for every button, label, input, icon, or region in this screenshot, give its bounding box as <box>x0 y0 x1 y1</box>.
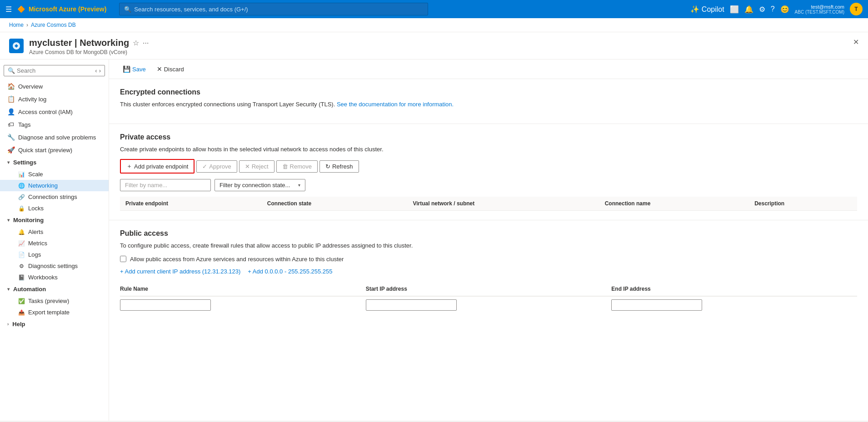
sidebar-item-connection-strings[interactable]: 🔗 Connection strings <box>0 191 109 203</box>
networking-icon: 🌐 <box>18 183 25 189</box>
encrypted-connections-section: Encrypted connections This cluster enfor… <box>109 79 868 124</box>
settings-chevron-icon: ▾ <box>7 160 10 165</box>
sidebar-item-alerts-label: Alerts <box>28 228 43 235</box>
allow-public-access-checkbox[interactable] <box>120 256 126 262</box>
discard-button[interactable]: ✕ Discard <box>152 63 189 75</box>
sidebar-search-input[interactable] <box>17 67 93 74</box>
col-virtual-network: Virtual network / subnet <box>407 197 599 211</box>
sidebar-item-tasks[interactable]: ✅ Tasks (preview) <box>0 295 109 307</box>
global-search-box[interactable]: 🔍 <box>119 3 428 15</box>
sidebar-section-monitoring[interactable]: ▾ Monitoring <box>0 214 109 226</box>
filter-row: Filter by connection state... ▾ <box>120 179 857 191</box>
private-access-section: Private access Create private endpoints … <box>109 124 868 221</box>
global-search-input[interactable] <box>134 6 423 13</box>
sidebar-nav-back[interactable]: ‹ <box>95 67 97 74</box>
col-connection-state: Connection state <box>262 197 408 211</box>
sidebar-item-connection-strings-label: Connection strings <box>28 194 77 200</box>
help-icon[interactable]: ? <box>771 5 775 13</box>
content-toolbar: 💾 Save ✕ Discard <box>109 60 868 79</box>
save-icon: 💾 <box>123 65 130 73</box>
sidebar-item-diagnose[interactable]: 🔧 Diagnose and solve problems <box>0 131 109 144</box>
sidebar-item-scale[interactable]: 📊 Scale <box>0 169 109 180</box>
app-logo: 🔶 Microsoft Azure (Preview) <box>17 5 108 13</box>
col-description: Description <box>749 197 857 211</box>
sidebar-item-logs[interactable]: 📄 Logs <box>0 249 109 260</box>
reject-button[interactable]: ✕ Reject <box>239 160 274 173</box>
monitoring-chevron-icon: ▾ <box>7 218 10 223</box>
metrics-icon: 📈 <box>18 240 25 247</box>
avatar[interactable]: T <box>850 3 863 15</box>
sidebar-item-activity-log[interactable]: 📋 Activity log <box>0 93 109 105</box>
sidebar-section-automation-label: Automation <box>13 286 46 293</box>
sidebar-item-alerts[interactable]: 🔔 Alerts <box>0 226 109 238</box>
feedback-icon[interactable]: 😊 <box>780 5 789 14</box>
reject-icon: ✕ <box>245 163 250 170</box>
sidebar-item-activity-log-label: Activity log <box>18 96 46 103</box>
sidebar-section-settings-label: Settings <box>13 159 36 166</box>
sidebar-nav-forward[interactable]: › <box>99 67 101 74</box>
sidebar-section-settings[interactable]: ▾ Settings <box>0 156 109 169</box>
scale-icon: 📊 <box>18 171 25 178</box>
tasks-icon: ✅ <box>18 298 25 304</box>
encrypted-connections-link[interactable]: See the documentation for more informati… <box>337 101 454 108</box>
end-ip-input[interactable] <box>611 299 702 311</box>
endpoint-actions-bar: ＋ Add private endpoint ✓ Approve ✕ Rejec… <box>120 159 857 174</box>
start-ip-input[interactable] <box>366 299 457 311</box>
allow-public-access-label[interactable]: Allow public access from Azure services … <box>130 256 344 263</box>
encrypted-connections-title: Encrypted connections <box>120 88 857 96</box>
remove-button[interactable]: 🗑 Remove <box>276 160 318 173</box>
sidebar-item-overview[interactable]: 🏠 Overview <box>0 80 109 93</box>
col-end-ip: End IP address <box>611 282 857 296</box>
user-profile[interactable]: test@msft.com ABC (TEST.MSFT.COM) <box>795 4 844 15</box>
sidebar-item-quickstart-label: Quick start (preview) <box>18 147 72 154</box>
sidebar-item-tags[interactable]: 🏷 Tags <box>0 118 109 131</box>
close-button[interactable]: ✕ <box>853 38 859 46</box>
firewall-rules-table-head: Rule Name Start IP address End IP addres… <box>120 282 857 296</box>
main-content: 💾 Save ✕ Discard Encrypted connections T… <box>109 60 868 421</box>
settings-icon[interactable]: ⚙ <box>759 5 765 14</box>
add-ip-range-link[interactable]: + Add 0.0.0.0 - 255.255.255.255 <box>248 268 332 275</box>
azure-icon: 🔶 <box>17 5 25 13</box>
rule-name-input[interactable] <box>120 299 211 311</box>
firewall-rules-table: Rule Name Start IP address End IP addres… <box>120 282 857 313</box>
add-client-ip-link[interactable]: + Add current client IP address (12.31.2… <box>120 268 240 275</box>
public-access-desc: To configure public access, create firew… <box>120 241 857 250</box>
export-template-icon: 📤 <box>18 309 25 316</box>
sidebar-item-workbooks-label: Workbooks <box>28 274 58 281</box>
breadcrumb-home[interactable]: Home <box>9 22 24 28</box>
copilot-button[interactable]: ✨ Copilot <box>690 5 724 14</box>
hamburger-menu-icon[interactable]: ☰ <box>5 5 12 14</box>
favorite-icon[interactable]: ☆ <box>133 39 139 47</box>
encrypted-connections-desc: This cluster enforces encrypted connecti… <box>120 100 857 109</box>
sidebar-item-locks[interactable]: 🔒 Locks <box>0 203 109 214</box>
sidebar-search-container[interactable]: 🔍 ‹ › <box>4 65 105 76</box>
notifications-icon[interactable]: 🔔 <box>744 5 753 14</box>
more-actions-icon[interactable]: ··· <box>143 39 149 47</box>
help-chevron-icon: › <box>7 322 9 327</box>
add-icon: ＋ <box>126 162 132 170</box>
approve-button[interactable]: ✓ Approve <box>196 160 237 173</box>
refresh-button[interactable]: ↻ Refresh <box>319 160 359 173</box>
sidebar-item-metrics[interactable]: 📈 Metrics <box>0 238 109 249</box>
breadcrumb-sep1: › <box>26 22 28 28</box>
sidebar-item-export-template[interactable]: 📤 Export template <box>0 307 109 318</box>
sidebar-item-access-control[interactable]: 👤 Access control (IAM) <box>0 105 109 118</box>
filter-name-input[interactable] <box>120 179 211 191</box>
filter-state-dropdown[interactable]: Filter by connection state... ▾ <box>215 179 305 191</box>
page-header-info: mycluster | Networking ☆ ··· Azure Cosmo… <box>29 38 853 55</box>
rule-name-cell <box>120 296 366 313</box>
save-button[interactable]: 💾 Save <box>118 63 150 75</box>
public-access-section: Public access To configure public access… <box>109 220 868 323</box>
sidebar-section-help[interactable]: › Help <box>0 318 109 330</box>
portal-icon[interactable]: ⬜ <box>730 5 739 14</box>
add-private-endpoint-button[interactable]: ＋ Add private endpoint <box>120 159 195 174</box>
sidebar-item-access-control-label: Access control (IAM) <box>18 109 73 115</box>
sidebar-section-automation[interactable]: ▾ Automation <box>0 283 109 295</box>
sidebar-item-quickstart[interactable]: 🚀 Quick start (preview) <box>0 144 109 156</box>
public-access-title: Public access <box>120 229 857 238</box>
sidebar-item-networking[interactable]: 🌐 Networking <box>0 180 109 191</box>
sidebar-item-workbooks[interactable]: 📓 Workbooks <box>0 272 109 283</box>
breadcrumb-parent[interactable]: Azure Cosmos DB <box>31 22 76 28</box>
remove-icon: 🗑 <box>282 163 288 170</box>
sidebar-item-diagnostic-settings[interactable]: ⚙ Diagnostic settings <box>0 260 109 272</box>
